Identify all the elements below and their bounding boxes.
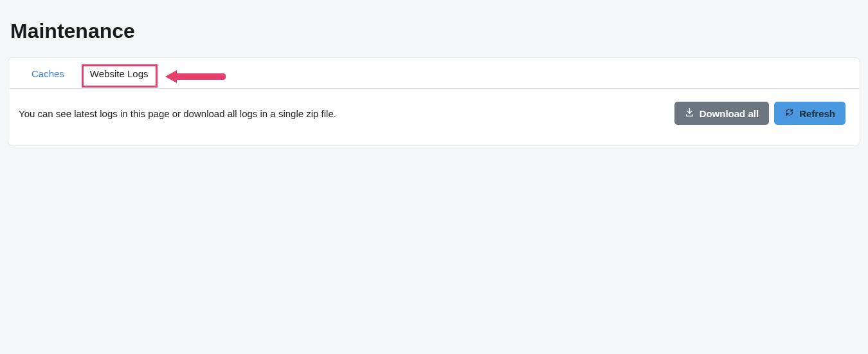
tab-website-logs[interactable]: Website Logs: [77, 58, 161, 88]
download-icon: [685, 107, 694, 119]
tab-caches[interactable]: Caches: [19, 58, 77, 88]
refresh-button[interactable]: Refresh: [774, 102, 845, 125]
annotation-arrow: [165, 70, 226, 83]
maintenance-card: Caches Website Logs You can see latest l…: [8, 57, 860, 146]
content-row: You can see latest logs in this page or …: [8, 89, 860, 145]
download-all-label: Download all: [700, 108, 759, 119]
arrow-left-icon: [165, 70, 177, 83]
download-all-button[interactable]: Download all: [674, 102, 770, 125]
tabs-row: Caches Website Logs: [8, 58, 860, 89]
logs-description: You can see latest logs in this page or …: [19, 108, 336, 119]
page-title: Maintenance: [0, 0, 868, 57]
refresh-label: Refresh: [799, 108, 835, 119]
button-group: Download all Refresh: [674, 102, 845, 125]
refresh-icon: [784, 107, 794, 119]
arrow-shaft: [177, 73, 226, 80]
